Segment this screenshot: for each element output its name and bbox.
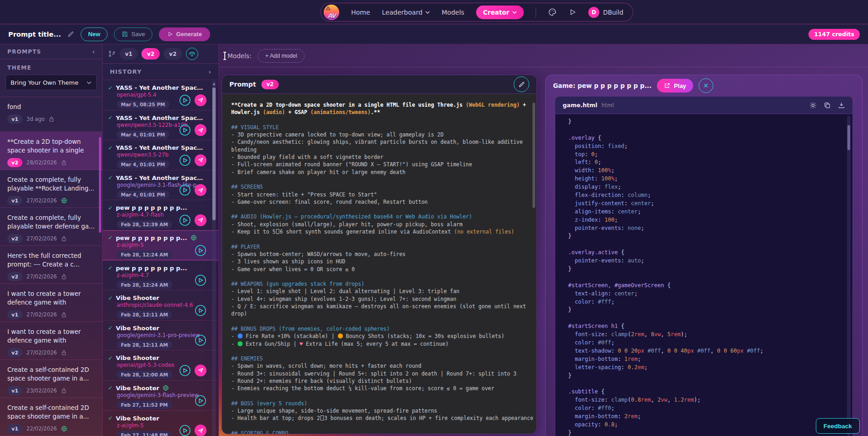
publish-history-button[interactable] xyxy=(195,184,206,196)
prompt-line xyxy=(231,116,530,124)
version-tab-v1[interactable]: v1 xyxy=(119,48,138,60)
add-model-button[interactable]: + Add model xyxy=(258,49,304,63)
prompt-list-item[interactable]: Create a complete, fully playable **Rock… xyxy=(0,170,102,208)
history-scroll-thumb[interactable] xyxy=(212,87,216,220)
edit-title-icon[interactable] xyxy=(67,31,74,38)
prompt-card-header: Prompt v2 xyxy=(222,75,537,94)
history-item-date: Feb 28, 12:11 AM xyxy=(117,341,172,349)
version-tab-v2[interactable]: v2 xyxy=(163,48,182,60)
run-history-button[interactable] xyxy=(179,214,191,226)
play-nav-icon[interactable] xyxy=(569,8,576,16)
prompt-text-editor[interactable]: **Create a 2D top-down space shooter in … xyxy=(222,94,537,434)
prompt-item-meta: v2 28/02/2026 xyxy=(7,158,95,167)
paper-plane-icon xyxy=(198,217,204,223)
code-viewer[interactable]: } .overlay { position: fixed; top: 0; le… xyxy=(555,114,852,436)
collapse-history-icon[interactable]: › xyxy=(208,68,211,76)
theme-toggle-button[interactable] xyxy=(809,102,817,109)
run-history-button[interactable] xyxy=(179,94,191,106)
prompt-list-item[interactable]: Create a self-contained 2D space shooter… xyxy=(0,360,102,398)
history-item[interactable]: ✓ YASS - Yet Another Space Shooter qwen/… xyxy=(103,110,218,141)
collapse-sidebar-icon[interactable]: ‹ xyxy=(92,48,95,55)
pencil-icon xyxy=(518,81,525,88)
lock-icon xyxy=(61,388,67,394)
prompt-title[interactable]: Prompt title... xyxy=(8,31,61,38)
run-history-button[interactable] xyxy=(195,245,206,256)
history-item[interactable]: ✓ YASS - Yet Another Space Shooter googl… xyxy=(103,170,218,201)
run-history-button[interactable] xyxy=(179,184,191,196)
prompt-list-item[interactable]: fond v1 3d ago xyxy=(0,97,102,132)
run-history-button[interactable] xyxy=(195,305,206,316)
prompt-list-item[interactable]: **Create a 2D top-down space shooter in … xyxy=(0,132,102,170)
prompt-line: blending xyxy=(231,146,530,153)
history-item[interactable]: ✓ pew p p p p p p p p... z-ai/glm-5 Feb … xyxy=(103,230,218,261)
history-item[interactable]: ✓ YASS - Yet Another Space Shooter opena… xyxy=(103,80,218,110)
history-item[interactable]: ✓ YASS - Yet Another Space Shooter qwen/… xyxy=(103,140,218,170)
run-history-button[interactable] xyxy=(179,365,191,376)
publish-history-button[interactable] xyxy=(195,154,206,166)
prompt-list-item[interactable]: I want to create a tower defence game wi… xyxy=(0,284,102,322)
play-game-button[interactable]: Play xyxy=(657,79,693,93)
prompt-line xyxy=(231,273,530,280)
run-history-button[interactable] xyxy=(179,425,191,436)
credits-badge[interactable]: 1147 credits xyxy=(808,29,860,40)
creator-button[interactable]: Creator xyxy=(476,5,524,19)
history-item[interactable]: ✓ Vibe Shooter anthropic/claude-sonnet-4… xyxy=(103,290,218,321)
publish-history-button[interactable] xyxy=(195,94,206,106)
history-item[interactable]: ✓ Vibe Shooter google/gemini-3.1-pro-pre… xyxy=(103,321,218,351)
run-history-button[interactable] xyxy=(195,274,206,286)
nav-item-leaderboard[interactable]: Leaderboard xyxy=(382,9,429,16)
code-card-header: game.html html xyxy=(555,97,852,114)
theme-select[interactable]: Bring Your Own Theme xyxy=(5,75,97,90)
edit-prompt-button[interactable] xyxy=(514,76,529,92)
prompt-scrollbar[interactable] xyxy=(532,103,535,208)
run-history-button[interactable] xyxy=(179,154,191,166)
generate-button[interactable]: Generate xyxy=(159,27,210,41)
sidebar-scrollbar[interactable] xyxy=(99,137,101,233)
code-line: opacity: 0.8; xyxy=(568,421,852,429)
publish-history-button[interactable] xyxy=(195,124,206,136)
code-scrollbar[interactable] xyxy=(847,116,851,436)
history-item[interactable]: ✓ pew p p p p p p p p... z-ai/glm-4.7-fl… xyxy=(103,200,218,230)
publish-history-button[interactable] xyxy=(195,214,206,226)
history-item[interactable]: ✓ Vibe Shooter openai/gpt-5.3-codex Feb … xyxy=(103,350,218,381)
prompt-list-item[interactable]: Here's the full corrected prompt: --- Cr… xyxy=(0,246,102,284)
version-tab-v2[interactable]: v2 xyxy=(141,48,160,60)
lock-icon xyxy=(61,236,67,242)
scroll-up-arrow[interactable]: ▲ xyxy=(212,82,216,86)
prompt-line: - Round 3+: sinusoidal swerving | Round … xyxy=(231,370,530,377)
history-item[interactable]: ✓ Vibe Shooter google/gemini-3-flash-pre… xyxy=(103,381,218,411)
history-item-date: Feb 28, 12:39 AM xyxy=(117,220,172,229)
code-scroll-thumb[interactable] xyxy=(847,125,850,150)
run-history-button[interactable] xyxy=(179,124,191,136)
run-history-button[interactable] xyxy=(195,334,206,346)
download-code-button[interactable] xyxy=(838,102,845,109)
theme-palette-icon[interactable] xyxy=(548,8,557,16)
feedback-button[interactable]: Feedback xyxy=(816,418,860,434)
code-line: margin-bottom: 2rem; xyxy=(568,413,852,421)
user-menu[interactable]: D DBuild xyxy=(588,7,623,18)
brand-logo[interactable]: ⁂ AV xyxy=(324,5,339,20)
history-scrollbar[interactable]: ▲ xyxy=(212,81,216,436)
prompt-list-item[interactable]: Create a complete, fully playable tower … xyxy=(0,208,102,246)
run-history-button[interactable] xyxy=(195,395,206,407)
publish-history-button[interactable] xyxy=(195,425,206,436)
copy-code-button[interactable] xyxy=(824,102,831,109)
nav-item-models[interactable]: Models xyxy=(442,9,464,16)
history-item[interactable]: ✓ pew p p p p p p p p... z-ai/glm-4.7 Fe… xyxy=(103,261,218,291)
code-line: flex-direction: column; xyxy=(568,191,852,200)
history-item-date: Mar 5, 08:25 PM xyxy=(117,100,169,109)
history-item[interactable]: ✓ Vibe Shooter z-ai/glm-5 Feb 27, 11:48 … xyxy=(103,411,218,436)
close-game-button[interactable]: ✕ xyxy=(699,78,713,93)
missing-glyph-box xyxy=(276,229,279,234)
save-button[interactable]: Save xyxy=(114,27,152,41)
prompt-item-meta: v1 23/02/2026 xyxy=(7,386,95,395)
paper-plane-icon xyxy=(198,367,204,373)
prompt-line: - 3 lives shown as ship icons in HUD xyxy=(231,258,530,265)
publish-history-button[interactable] xyxy=(195,365,206,376)
nav-item-home[interactable]: Home xyxy=(351,9,370,16)
compare-versions-button[interactable] xyxy=(186,48,198,60)
new-button[interactable]: New xyxy=(81,27,108,41)
history-item-title: Vibe Shooter xyxy=(116,415,159,422)
prompt-list-item[interactable]: I want to create a tower defence game wi… xyxy=(0,322,102,360)
prompt-list-item[interactable]: Create a self-contained 2D space shooter… xyxy=(0,398,102,436)
